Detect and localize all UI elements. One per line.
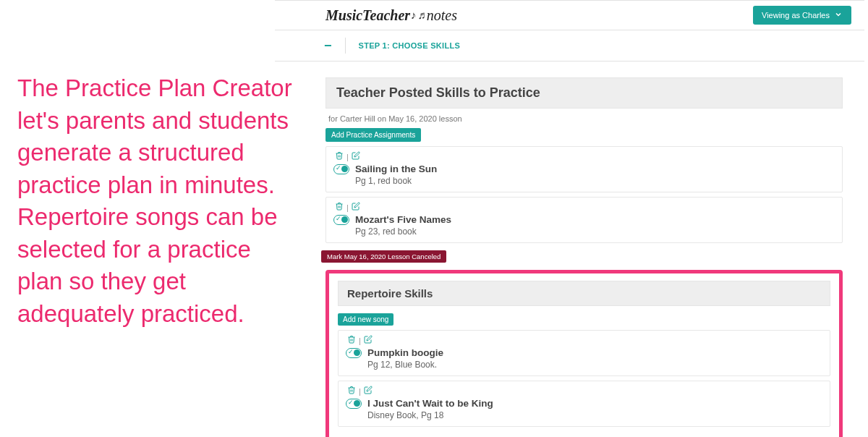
- logo-part1: MusicTeacher: [326, 7, 410, 24]
- skill-toggle[interactable]: ✓: [346, 399, 362, 409]
- skill-card: | ✓ Mozart's Five Names Pg 23, red book: [326, 197, 843, 243]
- skill-toggle[interactable]: ✓: [346, 348, 362, 358]
- marketing-caption: The Practice Plan Creator let's parents …: [17, 72, 292, 330]
- chevron-down-icon: [834, 10, 843, 20]
- edit-icon[interactable]: [352, 151, 360, 162]
- trash-icon[interactable]: [335, 202, 344, 213]
- skill-detail: Pg 12, Blue Book.: [367, 360, 822, 370]
- logo-part2: notes: [427, 7, 457, 24]
- viewing-as-label: Viewing as Charles: [762, 11, 830, 20]
- edit-icon[interactable]: [364, 335, 373, 346]
- separator: |: [359, 387, 361, 396]
- repertoire-highlight: Repertoire Skills Add new song | ✓ Pumpk…: [326, 270, 843, 437]
- skill-name: Pumpkin boogie: [367, 347, 443, 358]
- skill-detail: Disney Book, Pg 18: [367, 410, 822, 420]
- logo: MusicTeacher ♪ ♬ notes: [326, 7, 457, 24]
- edit-icon[interactable]: [364, 386, 373, 396]
- edit-icon[interactable]: [352, 202, 360, 213]
- skill-card: | ✓ Pumpkin boogie Pg 12, Blue Book.: [338, 330, 830, 376]
- skill-detail: Pg 1, red book: [355, 176, 835, 186]
- repertoire-header: Repertoire Skills: [338, 281, 830, 306]
- mark-lesson-canceled-button[interactable]: Mark May 16, 2020 Lesson Canceled: [321, 250, 446, 263]
- music-note-icon: ♪: [411, 9, 417, 22]
- add-practice-assignments-button[interactable]: Add Practice Assignments: [326, 128, 421, 142]
- separator: |: [346, 153, 349, 161]
- step-label: STEP 1: CHOOSE SKILLS: [359, 41, 461, 50]
- step-header[interactable]: − STEP 1: CHOOSE SKILLS: [275, 30, 864, 61]
- viewing-as-dropdown[interactable]: Viewing as Charles: [753, 6, 851, 25]
- content-area: Teacher Posted Skills to Practice for Ca…: [275, 61, 864, 437]
- trash-icon[interactable]: [347, 335, 356, 346]
- topbar: MusicTeacher ♪ ♬ notes Viewing as Charle…: [275, 0, 864, 30]
- skill-name: I Just Can't Wait to be King: [367, 398, 493, 409]
- skill-card: | ✓ Sailing in the Sun Pg 1, red book: [326, 146, 843, 192]
- trash-icon[interactable]: [347, 386, 356, 396]
- collapse-icon[interactable]: −: [324, 38, 332, 54]
- skill-name: Sailing in the Sun: [355, 164, 437, 174]
- skill-name: Mozart's Five Names: [355, 214, 451, 225]
- skill-card: | ✓ I Just Can't Wait to be King Disney …: [338, 381, 830, 427]
- add-new-song-button[interactable]: Add new song: [338, 313, 393, 326]
- separator: |: [359, 336, 361, 345]
- app-frame: MusicTeacher ♪ ♬ notes Viewing as Charle…: [275, 0, 864, 437]
- posted-skills-header: Teacher Posted Skills to Practice: [326, 77, 843, 109]
- divider: [345, 38, 346, 54]
- posted-subline: for Carter Hill on May 16, 2020 lesson: [326, 109, 843, 127]
- skill-toggle[interactable]: ✓: [333, 164, 349, 174]
- skill-toggle[interactable]: ✓: [333, 215, 349, 225]
- separator: |: [346, 203, 349, 212]
- music-note-icon: ♬: [418, 9, 426, 22]
- skill-detail: Pg 23, red book: [355, 226, 835, 237]
- trash-icon[interactable]: [335, 151, 344, 162]
